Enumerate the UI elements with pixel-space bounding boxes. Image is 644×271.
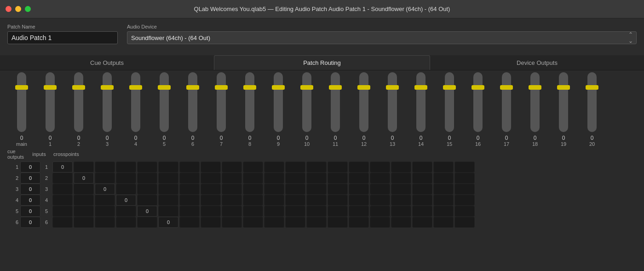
crosspoint-empty-row1-col6[interactable] [158, 161, 178, 173]
crosspoint-empty-row3-col9[interactable] [222, 184, 242, 195]
crosspoint-empty-row5-col13[interactable] [306, 206, 327, 217]
crosspoint-empty-row1-col12[interactable] [285, 161, 305, 173]
crosspoint-empty-row3-col1[interactable] [52, 184, 73, 195]
crosspoint-empty-row3-col16[interactable] [370, 184, 390, 195]
crosspoint-empty-row6-col3[interactable] [95, 217, 115, 228]
crosspoint-empty-row5-col15[interactable] [349, 206, 369, 217]
slider-track-15[interactable] [445, 72, 454, 132]
crosspoint-empty-row4-col17[interactable] [391, 195, 411, 206]
crosspoint-row2-col2[interactable] [74, 173, 94, 184]
crosspoint-empty-row6-col4[interactable] [116, 217, 136, 228]
crosspoint-empty-row6-col10[interactable] [243, 217, 263, 228]
crosspoint-empty-row1-col5[interactable] [137, 161, 157, 173]
crosspoint-empty-row3-col8[interactable] [201, 184, 221, 195]
crosspoint-empty-row1-col18[interactable] [412, 161, 432, 173]
crosspoint-empty-row5-col16[interactable] [370, 206, 390, 217]
crosspoint-empty-row5-col17[interactable] [391, 206, 411, 217]
slider-track-1[interactable] [46, 72, 55, 132]
slider-thumb-9[interactable] [272, 85, 285, 90]
slider-track-8[interactable] [245, 72, 254, 132]
crosspoint-empty-row2-col3[interactable] [95, 173, 115, 184]
crosspoint-empty-row2-col10[interactable] [243, 173, 263, 184]
slider-thumb-1[interactable] [44, 85, 57, 90]
crosspoint-empty-row2-col7[interactable] [179, 173, 200, 184]
maximize-button[interactable] [25, 6, 31, 12]
slider-track-20[interactable] [587, 72, 597, 132]
input-cell-5[interactable] [20, 206, 40, 217]
crosspoint-empty-row3-col4[interactable] [116, 184, 136, 195]
close-button[interactable] [6, 6, 12, 12]
crosspoint-empty-row4-col13[interactable] [306, 195, 327, 206]
slider-track-10[interactable] [302, 72, 311, 132]
crosspoint-empty-row5-col4[interactable] [116, 206, 136, 217]
crosspoint-empty-row2-col19[interactable] [433, 173, 454, 184]
slider-track-5[interactable] [160, 72, 169, 132]
crosspoint-empty-row1-col2[interactable] [74, 161, 94, 173]
crosspoint-empty-row2-col13[interactable] [306, 173, 327, 184]
slider-thumb-5[interactable] [158, 85, 171, 90]
slider-track-7[interactable] [217, 72, 226, 132]
slider-track-14[interactable] [416, 72, 426, 132]
input-cell-2[interactable] [20, 173, 40, 184]
crosspoint-empty-row2-col20[interactable] [454, 173, 475, 184]
crosspoint-empty-row4-col18[interactable] [412, 195, 432, 206]
crosspoint-empty-row5-col7[interactable] [179, 206, 200, 217]
crosspoint-empty-row4-col1[interactable] [52, 195, 73, 206]
slider-thumb-12[interactable] [357, 85, 370, 90]
slider-thumb-20[interactable] [586, 85, 598, 90]
crosspoint-empty-row3-col17[interactable] [391, 184, 411, 195]
crosspoint-empty-row1-col15[interactable] [349, 161, 369, 173]
crosspoint-empty-row2-col8[interactable] [201, 173, 221, 184]
crosspoint-empty-row3-col15[interactable] [349, 184, 369, 195]
crosspoint-empty-row2-col17[interactable] [391, 173, 411, 184]
crosspoint-empty-row6-col15[interactable] [349, 217, 369, 228]
crosspoint-empty-row6-col17[interactable] [391, 217, 411, 228]
audio-device-select[interactable]: Soundflower (64ch) - (64 Out) [127, 31, 637, 44]
crosspoint-empty-row1-col14[interactable] [328, 161, 348, 173]
crosspoint-empty-row6-col20[interactable] [454, 217, 475, 228]
crosspoint-empty-row1-col13[interactable] [306, 161, 327, 173]
crosspoint-empty-row6-col2[interactable] [74, 217, 94, 228]
slider-track-2[interactable] [74, 72, 83, 132]
slider-thumb-2[interactable] [72, 85, 85, 90]
slider-thumb-14[interactable] [414, 85, 427, 90]
crosspoint-empty-row3-col2[interactable] [74, 184, 94, 195]
slider-thumb-19[interactable] [557, 85, 570, 90]
crosspoint-empty-row2-col15[interactable] [349, 173, 369, 184]
crosspoint-empty-row6-col5[interactable] [137, 217, 157, 228]
crosspoint-empty-row5-col12[interactable] [285, 206, 305, 217]
slider-track-12[interactable] [359, 72, 368, 132]
crosspoint-empty-row2-col5[interactable] [137, 173, 157, 184]
slider-thumb-15[interactable] [443, 85, 456, 90]
slider-track-19[interactable] [559, 72, 568, 132]
crosspoint-empty-row2-col12[interactable] [285, 173, 305, 184]
crosspoint-row4-col4[interactable] [116, 195, 136, 206]
crosspoint-empty-row1-col7[interactable] [179, 161, 200, 173]
slider-track-4[interactable] [131, 72, 140, 132]
crosspoint-empty-row2-col1[interactable] [52, 173, 73, 184]
crosspoint-empty-row4-col6[interactable] [158, 195, 178, 206]
tab-device-outputs[interactable]: Device Outputs [430, 55, 644, 70]
crosspoint-empty-row6-col8[interactable] [201, 217, 221, 228]
crosspoint-empty-row2-col4[interactable] [116, 173, 136, 184]
crosspoint-empty-row6-col18[interactable] [412, 217, 432, 228]
crosspoint-empty-row1-col20[interactable] [454, 161, 475, 173]
crosspoint-empty-row2-col18[interactable] [412, 173, 432, 184]
crosspoint-row1-col1[interactable] [52, 161, 73, 173]
slider-track-3[interactable] [103, 72, 112, 132]
slider-thumb-3[interactable] [101, 85, 114, 90]
crosspoint-empty-row4-col8[interactable] [201, 195, 221, 206]
crosspoint-empty-row1-col11[interactable] [264, 161, 284, 173]
crosspoint-empty-row5-col3[interactable] [95, 206, 115, 217]
slider-track-main[interactable] [17, 72, 26, 132]
crosspoint-empty-row5-col18[interactable] [412, 206, 432, 217]
slider-thumb-4[interactable] [129, 85, 142, 90]
crosspoint-empty-row1-col19[interactable] [433, 161, 454, 173]
crosspoint-empty-row3-col10[interactable] [243, 184, 263, 195]
crosspoint-empty-row4-col14[interactable] [328, 195, 348, 206]
crosspoint-empty-row3-col5[interactable] [137, 184, 157, 195]
crosspoint-empty-row1-col8[interactable] [201, 161, 221, 173]
slider-thumb-6[interactable] [186, 85, 199, 90]
crosspoint-row6-col6[interactable] [158, 217, 178, 228]
crosspoint-empty-row2-col9[interactable] [222, 173, 242, 184]
